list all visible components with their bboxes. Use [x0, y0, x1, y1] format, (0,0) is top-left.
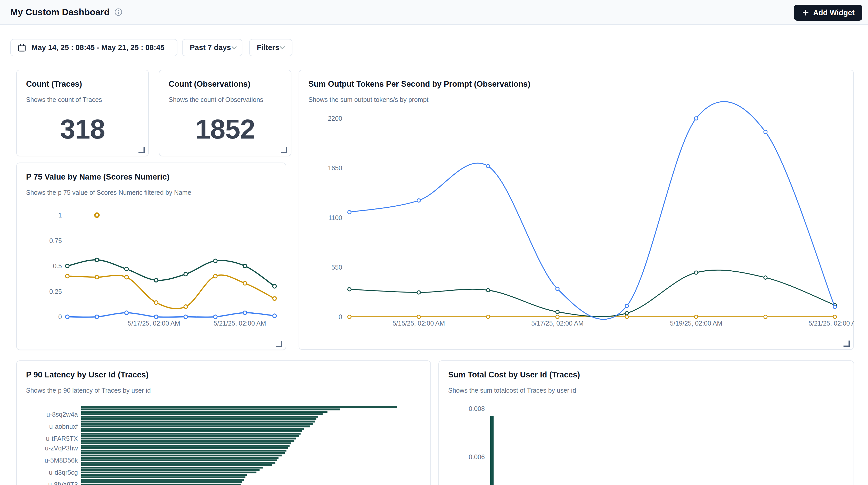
svg-text:u-8fVa9T3: u-8fVa9T3 [48, 481, 78, 485]
line-chart-output-tokens[interactable]: 05501100165022005/15/25, 02:00 AM5/17/25… [299, 70, 854, 350]
add-widget-button[interactable]: Add Widget [794, 5, 862, 21]
metric-value: 1852 [159, 114, 291, 145]
resize-handle-icon[interactable] [138, 147, 145, 153]
filters-dropdown[interactable]: Filters [249, 39, 292, 56]
svg-text:5/15/25, 02:00 AM: 5/15/25, 02:00 AM [393, 320, 445, 327]
resize-handle-icon[interactable] [275, 340, 282, 347]
svg-text:1100: 1100 [328, 214, 342, 221]
bar-chart-total-cost[interactable]: 0.0080.006 [439, 361, 855, 485]
card-subtitle: Shows the count of Traces [26, 96, 102, 103]
add-widget-label: Add Widget [813, 8, 855, 17]
svg-text:u-zVqP3hw: u-zVqP3hw [45, 445, 78, 452]
card-sum-total-cost: Sum Total Cost by User Id (Traces) Shows… [438, 360, 854, 485]
svg-text:0: 0 [58, 313, 62, 321]
date-preset-dropdown[interactable]: Past 7 days [182, 39, 242, 56]
chevron-down-icon [231, 46, 237, 50]
svg-text:0.5: 0.5 [53, 262, 62, 270]
svg-text:5/21/25, 02:00 AM: 5/21/25, 02:00 AM [214, 320, 266, 327]
svg-text:2200: 2200 [328, 115, 342, 122]
metric-value: 318 [17, 114, 148, 145]
svg-text:1: 1 [58, 212, 62, 219]
calendar-icon [18, 43, 26, 52]
date-range-value: May 14, 25 : 08:45 - May 21, 25 : 08:45 [31, 43, 164, 52]
filters-label: Filters [257, 43, 279, 52]
card-title: Count (Traces) [26, 80, 82, 89]
line-chart-p75[interactable]: 00.250.50.7515/17/25, 02:00 AM5/21/25, 0… [17, 163, 287, 351]
svg-text:u-8sq2w4a: u-8sq2w4a [46, 411, 78, 418]
svg-text:5/21/25, 02:00 AM: 5/21/25, 02:00 AM [809, 320, 854, 327]
chevron-down-icon [279, 46, 285, 50]
date-preset-value: Past 7 days [190, 43, 231, 52]
svg-text:5/17/25, 02:00 AM: 5/17/25, 02:00 AM [128, 320, 180, 327]
svg-text:5/17/25, 02:00 AM: 5/17/25, 02:00 AM [531, 320, 584, 327]
svg-text:5/19/25, 02:00 AM: 5/19/25, 02:00 AM [670, 320, 722, 327]
card-count-observations: Count (Observations) Shows the count of … [159, 70, 291, 156]
card-title: Count (Observations) [169, 80, 250, 89]
card-p90-latency: P 90 Latency by User Id (Traces) Shows t… [16, 360, 431, 485]
card-sum-output-tokens: Sum Output Tokens Per Second by Prompt (… [299, 70, 854, 350]
card-count-traces: Count (Traces) Shows the count of Traces… [16, 70, 149, 156]
card-subtitle: Shows the count of Observations [169, 96, 263, 103]
svg-text:u-5M8D56k: u-5M8D56k [44, 457, 78, 464]
svg-text:0: 0 [339, 313, 342, 321]
resize-handle-icon[interactable] [843, 340, 850, 347]
resize-handle-icon[interactable] [281, 147, 287, 153]
page-title: My Custom Dashboard [10, 7, 110, 17]
svg-text:0.006: 0.006 [469, 453, 485, 460]
svg-text:u-aobnuxf: u-aobnuxf [49, 423, 78, 430]
svg-text:0.75: 0.75 [49, 237, 62, 244]
svg-text:u-d3qr5cg: u-d3qr5cg [49, 469, 78, 476]
svg-text:1650: 1650 [328, 164, 342, 172]
svg-text:0.25: 0.25 [49, 288, 62, 295]
svg-text:u-tFAR5TX: u-tFAR5TX [46, 435, 78, 442]
card-p75-value: P 75 Value by Name (Scores Numeric) Show… [16, 162, 286, 350]
info-icon[interactable] [114, 8, 123, 16]
svg-text:550: 550 [331, 264, 342, 271]
bar-chart-p90-latency[interactable]: u-8sq2w4au-aobnuxfu-tFAR5TXu-zVqP3hwu-5M… [17, 361, 431, 485]
plus-icon [802, 9, 809, 17]
svg-text:0.008: 0.008 [469, 405, 485, 412]
page-header: My Custom Dashboard Add Widget [0, 0, 868, 25]
date-range-picker[interactable]: May 14, 25 : 08:45 - May 21, 25 : 08:45 [10, 39, 178, 56]
